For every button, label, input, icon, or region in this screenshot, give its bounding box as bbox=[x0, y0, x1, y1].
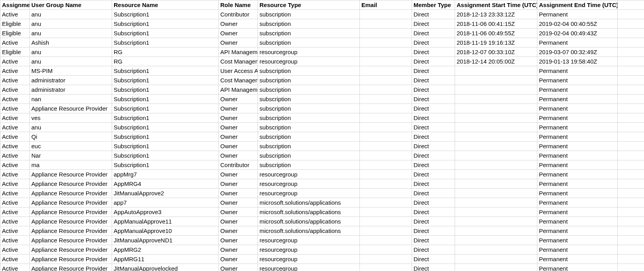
cell-user-group[interactable]: anu bbox=[30, 47, 112, 57]
cell-extra[interactable] bbox=[618, 47, 644, 57]
cell-role-name[interactable]: Owner bbox=[219, 142, 258, 151]
cell-resource-name[interactable]: Subscription1 bbox=[112, 66, 219, 76]
cell-start-time[interactable] bbox=[455, 255, 537, 264]
cell-start-time[interactable] bbox=[455, 76, 537, 85]
cell-start-time[interactable] bbox=[455, 142, 537, 151]
cell-end-time[interactable]: Permanent bbox=[537, 245, 618, 255]
table-row[interactable]: ActiveMS-PIMSubscription1User Access Adm… bbox=[0, 66, 644, 76]
cell-assignment[interactable]: Active bbox=[0, 132, 30, 142]
cell-extra[interactable] bbox=[618, 104, 644, 113]
cell-start-time[interactable] bbox=[455, 198, 537, 207]
cell-resource-name[interactable]: AppAutoApprove3 bbox=[112, 207, 219, 217]
cell-resource-type[interactable]: subscription bbox=[258, 142, 360, 151]
cell-resource-name[interactable]: Subscription1 bbox=[112, 123, 219, 132]
cell-email[interactable] bbox=[360, 170, 412, 179]
table-row[interactable]: EligibleanuRGAPI Managementresourcegroup… bbox=[0, 47, 644, 57]
cell-member-type[interactable]: Direct bbox=[412, 95, 455, 104]
cell-member-type[interactable]: Direct bbox=[412, 264, 455, 271]
cell-email[interactable] bbox=[360, 10, 412, 19]
cell-member-type[interactable]: Direct bbox=[412, 255, 455, 264]
cell-start-time[interactable] bbox=[455, 104, 537, 113]
table-row[interactable]: ActiveeucSubscription1OwnersubscriptionD… bbox=[0, 142, 644, 151]
cell-resource-name[interactable]: app7 bbox=[112, 198, 219, 207]
cell-assignment[interactable]: Active bbox=[0, 104, 30, 113]
cell-resource-name[interactable]: AppManualApprove10 bbox=[112, 226, 219, 236]
cell-resource-name[interactable]: Subscription1 bbox=[112, 142, 219, 151]
cell-end-time[interactable]: Permanent bbox=[537, 76, 618, 85]
cell-member-type[interactable]: Direct bbox=[412, 113, 455, 123]
cell-extra[interactable] bbox=[618, 66, 644, 76]
cell-extra[interactable] bbox=[618, 38, 644, 47]
cell-extra[interactable] bbox=[618, 189, 644, 198]
cell-end-time[interactable]: 2019-02-04 00:40:55Z bbox=[537, 19, 618, 29]
cell-role-name[interactable]: Owner bbox=[219, 123, 258, 132]
cell-email[interactable] bbox=[360, 85, 412, 95]
cell-resource-name[interactable]: JitManualApprovelocked bbox=[112, 264, 219, 271]
cell-user-group[interactable]: Appliance Resource Provider bbox=[30, 170, 112, 179]
cell-start-time[interactable] bbox=[455, 66, 537, 76]
cell-resource-type[interactable]: microsoft.solutions/applications bbox=[258, 207, 360, 217]
cell-member-type[interactable]: Direct bbox=[412, 29, 455, 38]
cell-resource-name[interactable]: JitManualApprove2 bbox=[112, 189, 219, 198]
header-start-time[interactable]: Assignment Start Time (UTC) bbox=[455, 0, 537, 10]
cell-role-name[interactable]: Contributor bbox=[219, 160, 258, 170]
cell-extra[interactable] bbox=[618, 57, 644, 66]
cell-email[interactable] bbox=[360, 57, 412, 66]
cell-start-time[interactable] bbox=[455, 123, 537, 132]
cell-resource-name[interactable]: Subscription1 bbox=[112, 10, 219, 19]
cell-role-name[interactable]: User Access Administrator bbox=[219, 66, 258, 76]
cell-assignment[interactable]: Eligible bbox=[0, 47, 30, 57]
cell-email[interactable] bbox=[360, 95, 412, 104]
cell-extra[interactable] bbox=[618, 132, 644, 142]
table-row[interactable]: EligibleanuSubscription1Ownersubscriptio… bbox=[0, 19, 644, 29]
cell-resource-type[interactable]: subscription bbox=[258, 10, 360, 19]
cell-email[interactable] bbox=[360, 226, 412, 236]
cell-end-time[interactable]: Permanent bbox=[537, 236, 618, 245]
cell-resource-type[interactable]: subscription bbox=[258, 104, 360, 113]
cell-role-name[interactable]: Owner bbox=[219, 179, 258, 189]
table-row[interactable]: ActiveanuRGCost ManagementresourcegroupD… bbox=[0, 57, 644, 66]
cell-resource-type[interactable]: resourcegroup bbox=[258, 170, 360, 179]
cell-user-group[interactable]: Appliance Resource Provider bbox=[30, 255, 112, 264]
cell-email[interactable] bbox=[360, 47, 412, 57]
cell-email[interactable] bbox=[360, 245, 412, 255]
table-row[interactable]: ActiveAppliance Resource Providerapp7Own… bbox=[0, 198, 644, 207]
cell-extra[interactable] bbox=[618, 264, 644, 271]
cell-member-type[interactable]: Direct bbox=[412, 151, 455, 160]
header-resource-name[interactable]: Resource Name bbox=[112, 0, 219, 10]
cell-member-type[interactable]: Direct bbox=[412, 38, 455, 47]
cell-start-time[interactable]: 2018-11-19 19:16:13Z bbox=[455, 38, 537, 47]
cell-resource-name[interactable]: Subscription1 bbox=[112, 104, 219, 113]
cell-end-time[interactable]: Permanent bbox=[537, 104, 618, 113]
cell-user-group[interactable]: Appliance Resource Provider bbox=[30, 245, 112, 255]
cell-email[interactable] bbox=[360, 66, 412, 76]
cell-user-group[interactable]: administrator bbox=[30, 85, 112, 95]
cell-extra[interactable] bbox=[618, 76, 644, 85]
cell-start-time[interactable] bbox=[455, 189, 537, 198]
cell-email[interactable] bbox=[360, 217, 412, 226]
cell-extra[interactable] bbox=[618, 236, 644, 245]
cell-member-type[interactable]: Direct bbox=[412, 132, 455, 142]
cell-resource-type[interactable]: subscription bbox=[258, 76, 360, 85]
cell-start-time[interactable] bbox=[455, 95, 537, 104]
cell-resource-name[interactable]: AppMRG2 bbox=[112, 245, 219, 255]
cell-member-type[interactable]: Direct bbox=[412, 104, 455, 113]
cell-user-group[interactable]: ma bbox=[30, 160, 112, 170]
cell-start-time[interactable] bbox=[455, 85, 537, 95]
cell-start-time[interactable] bbox=[455, 132, 537, 142]
cell-email[interactable] bbox=[360, 104, 412, 113]
cell-member-type[interactable]: Direct bbox=[412, 47, 455, 57]
cell-email[interactable] bbox=[360, 76, 412, 85]
cell-start-time[interactable] bbox=[455, 160, 537, 170]
table-row[interactable]: ActiveNarSubscription1OwnersubscriptionD… bbox=[0, 151, 644, 160]
cell-end-time[interactable]: Permanent bbox=[537, 160, 618, 170]
cell-email[interactable] bbox=[360, 179, 412, 189]
cell-role-name[interactable]: Owner bbox=[219, 38, 258, 47]
cell-resource-name[interactable]: AppManualApprove11 bbox=[112, 217, 219, 226]
cell-resource-name[interactable]: Subscription1 bbox=[112, 76, 219, 85]
cell-resource-type[interactable]: subscription bbox=[258, 38, 360, 47]
cell-extra[interactable] bbox=[618, 95, 644, 104]
table-row[interactable]: ActiveAppliance Resource ProviderAppMRG1… bbox=[0, 255, 644, 264]
cell-extra[interactable] bbox=[618, 226, 644, 236]
cell-member-type[interactable]: Direct bbox=[412, 123, 455, 132]
